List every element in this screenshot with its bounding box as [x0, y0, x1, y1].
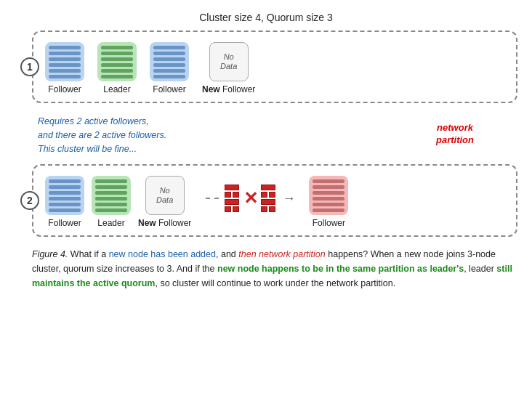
server-icon-new-follower-s2: NoData [145, 176, 185, 215]
server-icon-new-follower1: NoData [209, 42, 249, 81]
server-icon-follower-right [309, 176, 348, 215]
label-new-follower1: New Follower [202, 84, 255, 94]
server-icon-follower-s2 [45, 176, 84, 215]
server-icon-leader1 [97, 42, 137, 81]
label-follower1: Follower [48, 84, 81, 94]
caption-text4: , leader [464, 264, 496, 274]
server-icon-leader-s2 [92, 176, 131, 215]
node-follower-right: Follower [309, 176, 348, 228]
wall2 [261, 185, 277, 212]
no-data-label1: NoData [220, 52, 237, 71]
section1: 1 Follower [32, 31, 517, 103]
middle-text: Requires 2 active followers, and there a… [38, 115, 166, 155]
section2-num: 2 [20, 191, 39, 210]
caption-text1: What if a [70, 249, 109, 259]
node-follower2: Follower [150, 42, 189, 94]
server-icon-follower2 [150, 42, 189, 81]
node-new-follower-s2: NoData New Follower [138, 176, 191, 228]
server-icon-follower1 [45, 42, 84, 81]
middle-row: Requires 2 active followers, and there a… [32, 109, 517, 160]
caption-blue: new node has been added [109, 249, 216, 259]
section2: 2 Follower [32, 164, 517, 237]
caption: Figure 4. What if a new node has been ad… [32, 247, 517, 291]
partition-visual: ✕ → [203, 185, 297, 212]
node-follower1: Follower [45, 42, 84, 94]
section1-num: 1 [20, 57, 39, 76]
no-data-label2: NoData [156, 186, 173, 205]
caption-text5: , so cluster will continue to work under… [155, 278, 395, 288]
page-title: Cluster size 4, Quorum size 3 [15, 12, 517, 23]
label-follower2: Follower [153, 84, 185, 94]
caption-text2: , and [216, 249, 238, 259]
node-leader1: Leader [97, 42, 137, 94]
wall1 [225, 185, 241, 212]
label-leader1: Leader [103, 84, 130, 94]
label-follower-right: Follower [313, 218, 345, 228]
network-partition-label: network partition [436, 122, 474, 147]
section2-nodes: Follower Leader [45, 176, 504, 228]
node-follower-s2: Follower [45, 176, 84, 228]
caption-green1: new node happens to be in the same parti… [217, 264, 464, 274]
node-new-follower1: NoData New Follower [202, 42, 255, 94]
x-mark: ✕ [243, 190, 258, 207]
label-leader-s2: Leader [97, 218, 124, 228]
section1-nodes: Follower Leader [45, 42, 504, 94]
fig-label: Figure 4. [32, 249, 68, 259]
label-new-follower-s2: New Follower [138, 218, 191, 228]
node-leader-s2: Leader [92, 176, 131, 228]
caption-red: then network partition [238, 249, 326, 259]
label-follower-s2: Follower [48, 218, 81, 228]
